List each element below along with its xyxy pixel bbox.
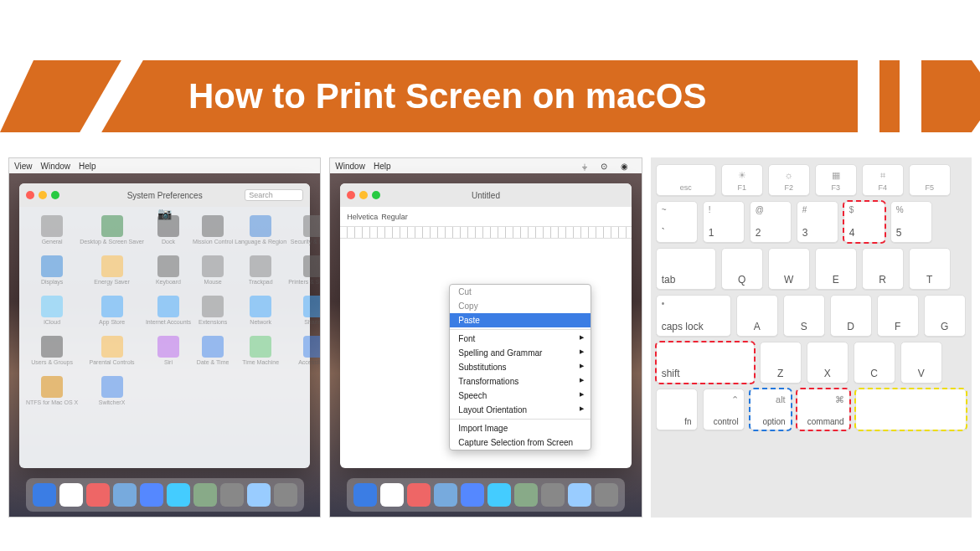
key-1[interactable]: !1 — [703, 201, 745, 243]
minimize-icon[interactable] — [359, 191, 368, 199]
key-T[interactable]: T — [909, 248, 951, 290]
pref-item[interactable]: Trackpad — [235, 255, 286, 292]
key-E[interactable]: E — [815, 248, 857, 290]
pref-item[interactable]: Language & Region — [235, 215, 286, 252]
key-X[interactable]: X — [807, 342, 848, 384]
key-A[interactable]: A — [736, 295, 778, 337]
key-esc[interactable]: esc — [656, 164, 716, 196]
spotlight-icon[interactable]: ⊙ — [601, 162, 607, 171]
key-4[interactable]: $4 — [843, 201, 885, 243]
pref-item[interactable]: Date & Time — [193, 336, 233, 373]
menu-speech[interactable]: Speech — [450, 389, 591, 403]
key-R[interactable]: R — [862, 248, 904, 290]
pref-item[interactable]: Parental Controls — [80, 336, 144, 373]
menu-font[interactable]: Font — [450, 332, 591, 346]
dock-app-icon[interactable] — [434, 483, 457, 507]
dock-app-icon[interactable] — [407, 483, 431, 507]
key-fn[interactable]: fn — [656, 389, 698, 430]
key-spacebar[interactable] — [855, 389, 967, 430]
siri-icon[interactable]: ◉ — [621, 162, 628, 171]
menu-paste[interactable]: Paste — [450, 313, 591, 327]
key-W[interactable]: W — [768, 248, 810, 290]
pref-item[interactable]: Internet Accounts — [146, 296, 191, 332]
menu-help[interactable]: Help — [374, 162, 391, 171]
key-3[interactable]: #3 — [797, 201, 838, 243]
pref-item[interactable]: Accessibility — [288, 336, 321, 373]
key-F[interactable]: F — [877, 295, 919, 337]
zoom-icon[interactable] — [372, 191, 380, 199]
dock-app-icon[interactable] — [541, 483, 565, 507]
menu-help[interactable]: Help — [79, 162, 96, 171]
menu-window[interactable]: Window — [41, 162, 71, 171]
pref-item[interactable]: General — [26, 215, 78, 252]
key-D[interactable]: D — [830, 295, 872, 337]
pref-item[interactable]: Mouse — [193, 255, 233, 292]
style-select[interactable]: Regular — [381, 213, 408, 221]
close-icon[interactable] — [347, 191, 355, 199]
pref-item[interactable]: App Store — [80, 296, 144, 332]
pref-item[interactable]: Extensions — [193, 296, 233, 332]
font-select[interactable]: Helvetica — [347, 213, 378, 221]
dock-app-icon[interactable] — [461, 483, 484, 507]
key-Q[interactable]: Q — [721, 248, 763, 290]
zoom-icon[interactable] — [51, 191, 59, 199]
dock-app-icon[interactable] — [487, 483, 511, 507]
dock-app-icon[interactable] — [274, 483, 297, 507]
key-capslock[interactable]: caps lock• — [656, 295, 731, 337]
pref-item[interactable]: Energy Saver — [80, 255, 144, 292]
key-2[interactable]: @2 — [750, 201, 792, 243]
dock-app-icon[interactable] — [220, 483, 244, 507]
pref-item[interactable]: Time Machine — [235, 336, 286, 373]
pref-item[interactable]: iCloud — [26, 296, 78, 332]
menu-import-image[interactable]: Import Image — [450, 421, 591, 435]
wifi-icon[interactable]: ⏚ — [582, 162, 587, 171]
minimize-icon[interactable] — [39, 191, 47, 199]
menu-view[interactable]: View — [14, 162, 33, 171]
key-F5[interactable]: F5 — [909, 164, 951, 196]
key-`[interactable]: ~` — [656, 201, 698, 243]
menu-substitutions[interactable]: Substitutions — [450, 360, 591, 374]
pref-item[interactable]: Sharing — [288, 296, 321, 332]
search-input[interactable]: Search — [245, 189, 303, 201]
pref-item[interactable]: Users & Groups — [26, 336, 78, 373]
key-Z[interactable]: Z — [760, 342, 802, 384]
pref-item[interactable]: Printers & Scanners — [288, 255, 321, 292]
menu-window[interactable]: Window — [335, 162, 365, 171]
pref-item[interactable]: Keyboard — [146, 255, 191, 292]
pref-item[interactable]: Mission Control — [193, 215, 233, 252]
dock-app-icon[interactable] — [59, 483, 83, 507]
dock-app-icon[interactable] — [33, 483, 56, 507]
dock-app-icon[interactable] — [514, 483, 538, 507]
dock-app-icon[interactable] — [113, 483, 137, 507]
dock-app-icon[interactable] — [568, 483, 591, 507]
key-C[interactable]: C — [854, 342, 895, 384]
pref-item[interactable]: Desktop & Screen Saver — [80, 215, 144, 252]
key-option[interactable]: altoption — [750, 389, 792, 430]
key-control[interactable]: ⌃control — [703, 389, 745, 430]
close-icon[interactable] — [26, 191, 34, 199]
dock-app-icon[interactable] — [140, 483, 163, 507]
menu-capture-screen[interactable]: Capture Selection from Screen — [450, 435, 591, 450]
key-F2[interactable]: ☼F2 — [768, 164, 810, 196]
dock-app-icon[interactable] — [380, 483, 404, 507]
pref-item[interactable]: Network — [235, 296, 286, 332]
key-tab[interactable]: tab — [656, 248, 716, 290]
dock-app-icon[interactable] — [167, 483, 190, 507]
pref-item[interactable]: SwitcherX — [80, 376, 144, 413]
key-F4[interactable]: ⌗F4 — [862, 164, 904, 196]
dock-app-icon[interactable] — [247, 483, 271, 507]
menu-transformations[interactable]: Transformations — [450, 374, 591, 389]
key-S[interactable]: S — [783, 295, 825, 337]
dock-app-icon[interactable] — [86, 483, 110, 507]
key-shift[interactable]: shift — [656, 342, 755, 384]
key-command[interactable]: ⌘command — [797, 389, 850, 430]
menu-spelling[interactable]: Spelling and Grammar — [450, 346, 591, 360]
dock-app-icon[interactable] — [595, 483, 618, 507]
key-F3[interactable]: ▦F3 — [815, 164, 857, 196]
menu-layout[interactable]: Layout Orientation — [450, 403, 591, 417]
pref-item[interactable]: Displays — [26, 255, 78, 292]
key-5[interactable]: %5 — [890, 201, 932, 243]
key-F1[interactable]: ☀F1 — [721, 164, 763, 196]
pref-item[interactable]: Dock — [146, 215, 191, 252]
dock-app-icon[interactable] — [193, 483, 217, 507]
